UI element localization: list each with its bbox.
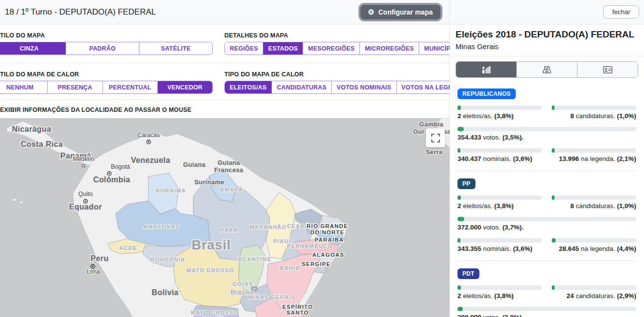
votos-stat: 298.899 votos. (3,0%). (458, 314, 636, 317)
divider (458, 261, 636, 261)
svg-text:MATO GROSSO: MATO GROSSO (191, 310, 238, 316)
map-style-cinza[interactable]: CINZA (0, 42, 66, 54)
eleitos-stat: 2 eleitos/as. (3,8%) (458, 292, 542, 299)
svg-text:AMAPÁ: AMAPÁ (220, 187, 243, 193)
votos-stat: 372.000 votos. (3,7%). (458, 224, 636, 231)
map-style-satelite[interactable]: SATÉLITE (139, 42, 212, 54)
nominais-stat: 343.355 nominais. (3,6%) (458, 245, 542, 252)
votos-bar (458, 307, 636, 311)
candidaturas-bar (552, 106, 636, 110)
votos-bar (458, 217, 636, 221)
eleitos-bar (458, 285, 542, 290)
contact-card-icon (603, 66, 612, 73)
svg-text:CEARÁ: CEARÁ (287, 223, 309, 229)
configure-map-label: Configurar mapa (378, 8, 433, 16)
party-card-pp: PP 2 eleitos/as. (3,8%) 8 candidaturas. … (458, 178, 636, 252)
svg-text:Costa Rica: Costa Rica (21, 140, 63, 148)
svg-text:ACRE: ACRE (119, 245, 137, 251)
heat-style-group: NENHUM PRESENÇA PERCENTUAL VENCEDOR (0, 81, 213, 94)
close-button[interactable]: fechar (603, 5, 639, 18)
party-results-list: REPUBLICANOS 2 eleitos/as. (3,8%) 8 cand… (450, 78, 644, 317)
heat-vencedor[interactable]: VENCEDOR (158, 81, 212, 93)
svg-text:Medelín: Medelín (73, 156, 95, 162)
tab-results-chart[interactable] (456, 62, 517, 77)
nominais-bar (458, 238, 542, 243)
svg-text:Gambia: Gambia (419, 121, 443, 128)
divider (458, 171, 636, 171)
svg-text:RORAIMA: RORAIMA (156, 188, 186, 194)
heat-style-label: TILO DO MAPA DE CALOR (0, 71, 220, 78)
election-title: Eleições 2018 - DEPUTADO(A) FEDERAL (456, 29, 638, 40)
svg-text:Guiana: Guiana (218, 159, 240, 166)
svg-text:PIAUÍ: PIAUÍ (273, 238, 291, 244)
gears-icon: ⚙ (368, 8, 374, 16)
map-detail-label: DETALHES DO MAPA (224, 32, 474, 39)
heat-percentual[interactable]: PERCENTUAL (103, 81, 158, 93)
map-controls: TILO DO MAPA CINZA PADRÃO SATÉLITE DETAL… (0, 24, 449, 118)
hover-info-label: EXIBIR INFORMAÇÕES DA LOCALIDADE AO PASS… (0, 106, 449, 113)
svg-text:BAHIA: BAHIA (280, 265, 300, 271)
results-bar-chart-icon (482, 66, 491, 73)
svg-text:PARÁ: PARÁ (220, 227, 238, 233)
detail-regioes[interactable]: REGIÕES (225, 42, 263, 54)
heat-presenca[interactable]: PRESENÇA (48, 81, 102, 93)
legenda-bar (552, 238, 636, 243)
svg-text:SERGIPE: SERGIPE (302, 261, 331, 267)
type-votos-nominais[interactable]: VOTOS NOMINAIS (332, 81, 396, 93)
svg-text:Bolívia: Bolívia (152, 288, 178, 297)
page-title: 18 / 1º Turno - DEPUTADO(A) FEDERAL (5, 7, 156, 17)
svg-text:Colômbia: Colômbia (93, 176, 130, 184)
ballot-box-icon (542, 66, 551, 73)
tab-ballot-box[interactable] (517, 62, 577, 77)
islands (13, 199, 17, 201)
tab-candidates-card[interactable] (577, 62, 638, 77)
svg-text:RIO GRANDE: RIO GRANDE (306, 223, 348, 229)
svg-text:Quito: Quito (78, 191, 93, 197)
svg-text:TOCANTINS: TOCANTINS (234, 256, 271, 262)
svg-text:MINAS GERAIS: MINAS GERAIS (248, 294, 295, 300)
map-style-padrao[interactable]: PADRÃO (66, 42, 139, 54)
fullscreen-button[interactable] (426, 128, 445, 147)
party-badge: REPUBLICANOS (458, 88, 516, 99)
svg-text:Peru: Peru (90, 254, 108, 263)
svg-text:GOIÁS: GOIÁS (233, 281, 253, 287)
svg-text:PARAÍBA: PARAÍBA (315, 237, 344, 243)
detail-microregioes[interactable]: MICROREGIÕES (360, 42, 419, 54)
configure-map-button[interactable]: ⚙ Configurar mapa (360, 5, 441, 19)
detail-estados[interactable]: ESTADOS (263, 42, 303, 54)
svg-text:Brasil: Brasil (191, 238, 231, 252)
svg-text:Lima: Lima (86, 268, 100, 275)
map-style-label: TILO DO MAPA (0, 32, 220, 39)
type-candidaturas[interactable]: CANDIDATURAS (272, 81, 332, 93)
svg-text:MARANHÃO: MARANHÃO (250, 224, 287, 230)
svg-text:RONDÔNIA: RONDÔNIA (151, 257, 185, 263)
sidebar-header: Eleições 2018 - DEPUTADO(A) FEDERAL Mina… (450, 24, 644, 56)
heat-nenhum[interactable]: NENHUM (0, 81, 48, 93)
eleitos-stat: 2 eleitos/as. (3,8%) (458, 202, 542, 210)
nominais-stat: 340.437 nominais. (3,6%) (458, 155, 542, 162)
party-badge: PDT (458, 268, 479, 279)
party-card-pdt: PDT 2 eleitos/as. (3,8%) 24 candidaturas… (458, 268, 636, 317)
detail-mesoregioes[interactable]: MESOREGIÕES (303, 42, 360, 54)
svg-text:Guiana: Guiana (183, 161, 205, 168)
votos-stat: 354.433 votos. (3,5%). (458, 134, 636, 141)
map-panel: 18 / 1º Turno - DEPUTADO(A) FEDERAL ⚙ Co… (0, 0, 450, 317)
svg-text:ALAGOAS: ALAGOAS (312, 252, 344, 258)
type-eleitos[interactable]: ELEITOS/AS (225, 81, 272, 93)
election-map-app: 18 / 1º Turno - DEPUTADO(A) FEDERAL ⚙ Co… (0, 0, 644, 317)
fullscreen-icon (431, 134, 440, 142)
results-tabs (456, 61, 638, 78)
south-america-map: Nicarágua Costa Rica Panamá Caracas Vene… (0, 118, 450, 317)
party-card-republicanos: REPUBLICANOS 2 eleitos/as. (3,8%) 8 cand… (458, 88, 636, 162)
location-subtitle: Minas Gerais (456, 42, 638, 51)
map-style-group: CINZA PADRÃO SATÉLITE (0, 42, 213, 55)
svg-text:SANTO: SANTO (287, 310, 309, 316)
candidaturas-stat: 8 candidaturas. (1,0%) (552, 202, 636, 210)
candidaturas-bar (552, 195, 636, 200)
svg-text:PERNAMBUCO: PERNAMBUCO (287, 243, 333, 249)
legenda-stat: 28.645 na legenda. (4,4%) (552, 245, 636, 252)
map-topbar: 18 / 1º Turno - DEPUTADO(A) FEDERAL ⚙ Co… (0, 0, 449, 24)
svg-text:DO NORTE: DO NORTE (310, 229, 344, 235)
map-canvas[interactable]: Nicarágua Costa Rica Panamá Caracas Vene… (0, 118, 450, 317)
map-detail-group: REGIÕES ESTADOS MESOREGIÕES MICROREGIÕES… (224, 42, 467, 55)
